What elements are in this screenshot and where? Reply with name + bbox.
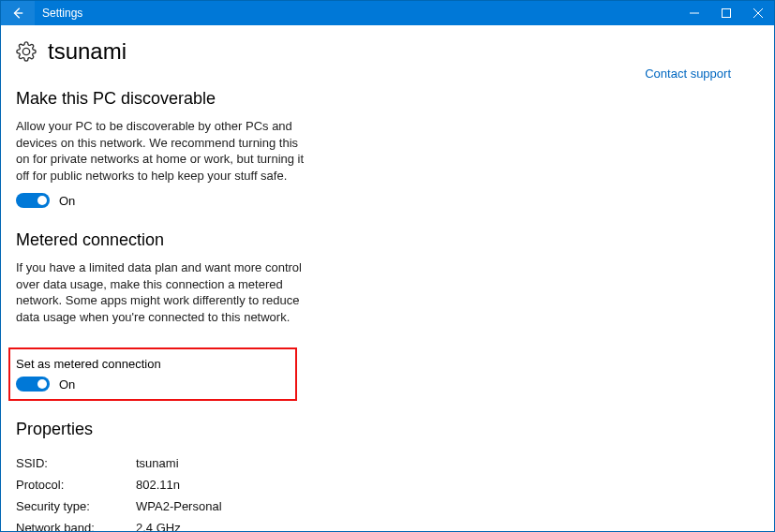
metered-toggle[interactable]: [16, 377, 50, 392]
property-key: Security type:: [16, 499, 136, 513]
property-value: tsunami: [136, 456, 179, 470]
metered-toggle-label: On: [59, 377, 75, 392]
metered-highlight-box: Set as metered connection On: [8, 347, 297, 401]
minimize-button[interactable]: [678, 1, 710, 25]
metered-toggle-row: On: [16, 377, 290, 392]
properties-title: Properties: [16, 420, 759, 439]
discoverable-toggle-label: On: [59, 194, 75, 208]
property-value: 2.4 GHz: [136, 521, 181, 531]
metered-section: Metered connection If you have a limited…: [16, 230, 759, 325]
minimize-icon: [690, 8, 699, 18]
property-row: Security type:WPA2-Personal: [16, 495, 759, 517]
page-header: tsunami: [16, 38, 759, 65]
close-icon: [753, 8, 763, 18]
property-row: SSID:tsunami: [16, 452, 759, 474]
window-title: Settings: [35, 7, 82, 20]
maximize-button[interactable]: [710, 1, 742, 25]
properties-list: SSID:tsunamiProtocol:802.11nSecurity typ…: [16, 452, 759, 531]
back-button[interactable]: [1, 1, 35, 25]
discoverable-toggle-row: On: [16, 193, 759, 208]
metered-title: Metered connection: [16, 230, 759, 250]
property-key: Protocol:: [16, 478, 136, 492]
gear-icon: [16, 41, 37, 62]
page-title: tsunami: [48, 38, 127, 65]
property-key: SSID:: [16, 456, 136, 470]
discoverable-toggle[interactable]: [16, 193, 50, 208]
discoverable-desc: Allow your PC to be discoverable by othe…: [16, 118, 306, 184]
discoverable-title: Make this PC discoverable: [16, 89, 759, 109]
discoverable-section: Make this PC discoverable Allow your PC …: [16, 89, 759, 208]
svg-rect-0: [723, 9, 731, 18]
property-value: WPA2-Personal: [136, 499, 222, 513]
maximize-icon: [722, 8, 731, 18]
arrow-left-icon: [11, 7, 24, 20]
contact-support-link[interactable]: Contact support: [645, 66, 731, 81]
property-row: Network band:2.4 GHz: [16, 517, 759, 531]
content-area: tsunami Contact support Make this PC dis…: [1, 25, 774, 531]
metered-toggle-title: Set as metered connection: [16, 357, 290, 371]
close-button[interactable]: [742, 1, 774, 25]
property-key: Network band:: [16, 521, 136, 531]
metered-desc: If you have a limited data plan and want…: [16, 259, 306, 325]
property-value: 802.11n: [136, 478, 180, 492]
property-row: Protocol:802.11n: [16, 474, 759, 495]
titlebar: Settings: [1, 1, 774, 25]
